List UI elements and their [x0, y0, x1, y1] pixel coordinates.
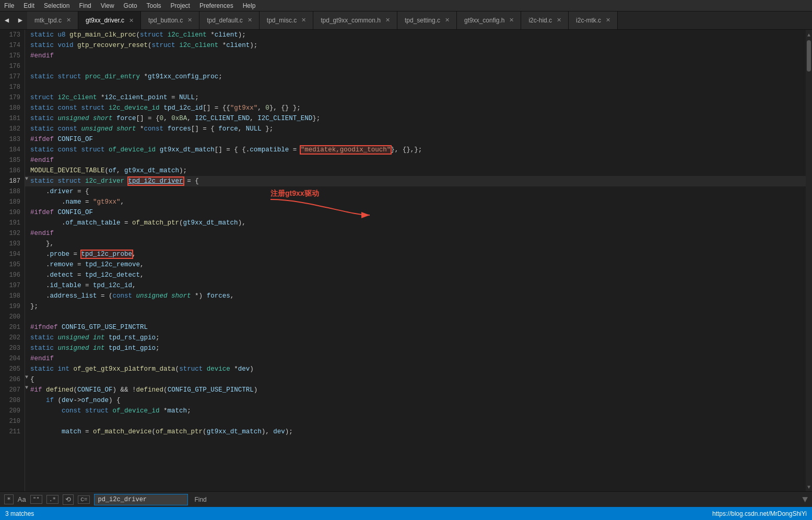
- scrollbar-right[interactable]: ▲ ▼: [806, 30, 812, 491]
- tab-i2c-mtk[interactable]: i2c-mtk.c ✕: [569, 11, 618, 29]
- code-line-176: [25, 61, 806, 72]
- tab-close-i2c-mtk[interactable]: ✕: [604, 16, 612, 25]
- ln-175: 175: [0, 51, 25, 61]
- tab-tpd-button[interactable]: tpd_button.c ✕: [141, 11, 199, 29]
- tab-tpd-gt9xx-common[interactable]: tpd_gt9xx_common.h ✕: [313, 11, 397, 29]
- code-line-196: .detect = tpd_i2c_detect,: [25, 270, 806, 280]
- code-line-200: [25, 312, 806, 322]
- tab-close-i2c-hid[interactable]: ✕: [555, 16, 563, 25]
- tab-label-gt9xx-config: gt9xx_config.h: [464, 17, 504, 24]
- ln-201: 201: [0, 322, 25, 333]
- tab-tpd-default[interactable]: tpd_default.c ✕: [199, 11, 260, 29]
- code-line-182: static const unsigned short *const force…: [25, 124, 806, 134]
- find-aa-label[interactable]: Aa: [18, 495, 26, 503]
- status-left: 3 matches: [5, 510, 34, 517]
- menu-tools[interactable]: Tools: [147, 2, 161, 9]
- find-whole-word-icon[interactable]: "": [30, 495, 42, 504]
- tab-label-tpd-setting: tpd_setting.c: [405, 17, 440, 24]
- ln-205: 205: [0, 364, 25, 374]
- code-line-189: .name = "gt9xx",: [25, 197, 806, 207]
- ln-184: 184: [0, 145, 25, 155]
- tab-close-tpd-misc[interactable]: ✕: [300, 16, 308, 25]
- tab-close-tpd-setting[interactable]: ✕: [443, 16, 451, 25]
- tab-gt9xx-config[interactable]: gt9xx_config.h ✕: [457, 11, 521, 29]
- code-line-197: .id_table = tpd_i2c_id,: [25, 280, 806, 291]
- ln-193: 193: [0, 239, 25, 249]
- tab-close-tpd-default[interactable]: ✕: [246, 16, 254, 25]
- code-line-190: #ifdef CONFIG_OF: [25, 207, 806, 218]
- ln-204: 204: [0, 353, 25, 364]
- menu-view[interactable]: View: [101, 2, 114, 9]
- code-line-192: #endif: [25, 228, 806, 239]
- code-line-181: static unsigned short force[] = {0, 0xBA…: [25, 113, 806, 124]
- ln-199: 199: [0, 301, 25, 312]
- tab-label-tpd-default: tpd_default.c: [207, 17, 243, 24]
- menu-file[interactable]: File: [4, 2, 14, 9]
- code-area[interactable]: ▼ ▼ ▼ static u8 gtp_main_clk_proc(struct…: [25, 30, 806, 491]
- ln-190: 190: [0, 207, 25, 218]
- tab-close-gt9xx-driver[interactable]: ✕: [127, 16, 135, 25]
- menu-goto[interactable]: Goto: [124, 2, 137, 9]
- ln-207: 207: [0, 385, 25, 395]
- code-line-183: #ifdef CONFIG_OF: [25, 134, 806, 145]
- tab-label-gt9xx-driver: gt9xx_driver.c: [86, 17, 124, 24]
- code-line-194: .probe = tpd_i2c_probe,: [25, 249, 806, 259]
- tab-label-i2c-mtk: i2c-mtk.c: [576, 17, 601, 24]
- ln-200: 200: [0, 312, 25, 322]
- ln-191: 191: [0, 218, 25, 228]
- code-line-204: #endif: [25, 353, 806, 364]
- menu-find[interactable]: Find: [79, 2, 91, 9]
- ln-173: 173: [0, 30, 25, 40]
- tab-nav-left[interactable]: ◀: [0, 11, 14, 29]
- code-line-187: static struct i2c_driver tpd_i2c_driver …: [25, 176, 806, 186]
- tab-tpd-setting[interactable]: tpd_setting.c ✕: [397, 11, 457, 29]
- code-line-206: {: [25, 374, 806, 385]
- code-line-186: MODULE_DEVICE_TABLE(of, gt9xx_dt_match);: [25, 166, 806, 176]
- ln-174: 174: [0, 40, 25, 51]
- code-line-203: static unsigned int tpd_int_gpio;: [25, 343, 806, 353]
- menu-preferences[interactable]: Preferences: [199, 2, 233, 9]
- tab-nav-right[interactable]: ▶: [14, 11, 27, 29]
- menu-help[interactable]: Help: [243, 2, 256, 9]
- code-line-199: };: [25, 301, 806, 312]
- find-wrap-icon[interactable]: ⟲: [63, 494, 74, 505]
- code-line-208: if (dev->of_node) {: [25, 395, 806, 406]
- ln-182: 182: [0, 124, 25, 134]
- editor-container: 173 174 175 176 177 178 179 180 181 182 …: [0, 30, 812, 491]
- tab-tpd-misc[interactable]: tpd_misc.c ✕: [260, 11, 313, 29]
- find-preserve-icon[interactable]: C=: [78, 495, 90, 504]
- ln-189: 189: [0, 197, 25, 207]
- ln-185: 185: [0, 155, 25, 166]
- tab-mtk-tpd[interactable]: mtk_tpd.c ✕: [27, 11, 78, 29]
- code-line-173: static u8 gtp_main_clk_proc(struct i2c_c…: [25, 30, 806, 40]
- menu-edit[interactable]: Edit: [23, 2, 34, 9]
- tab-label-tpd-misc: tpd_misc.c: [267, 17, 297, 24]
- code-line-201: #ifndef CONFIG_GTP_USE_PINCTRL: [25, 322, 806, 333]
- menu-bar: File Edit Selection Find View Goto Tools…: [0, 0, 812, 11]
- code-line-174: static void gtp_recovery_reset(struct i2…: [25, 40, 806, 51]
- code-line-188: .driver = {: [25, 186, 806, 197]
- tab-label-i2c-hid: i2c-hid.c: [528, 17, 552, 24]
- tab-close-mtk-tpd[interactable]: ✕: [65, 16, 73, 25]
- ln-203: 203: [0, 343, 25, 353]
- code-line-175: #endif: [25, 51, 806, 61]
- tab-close-tpd-button[interactable]: ✕: [186, 16, 194, 25]
- tab-i2c-hid[interactable]: i2c-hid.c ✕: [521, 11, 569, 29]
- code-line-184: static const struct of_device_id gt9xx_d…: [25, 145, 806, 155]
- find-case-sensitive-icon[interactable]: *: [4, 494, 14, 504]
- menu-selection[interactable]: Selection: [44, 2, 69, 9]
- tab-gt9xx-driver[interactable]: gt9xx_driver.c ✕: [78, 11, 141, 29]
- menu-project[interactable]: Project: [171, 2, 190, 9]
- ln-208: 208: [0, 395, 25, 406]
- ln-194: 194: [0, 249, 25, 259]
- ln-188: 188: [0, 186, 25, 197]
- tab-close-tpd-gt9xx-common[interactable]: ✕: [384, 16, 392, 25]
- status-url: https://blog.csdn.net/MrDongShiYi: [712, 510, 807, 517]
- find-input[interactable]: [94, 494, 188, 505]
- find-regex-icon[interactable]: .*: [46, 495, 58, 504]
- code-line-205: static int of_get_gt9xx_platform_data(st…: [25, 364, 806, 374]
- status-right: https://blog.csdn.net/MrDongShiYi: [712, 510, 807, 517]
- code-line-207: #if defined(CONFIG_OF) && !defined(CONFI…: [25, 385, 806, 395]
- tab-label-mtk-tpd: mtk_tpd.c: [34, 17, 62, 24]
- tab-close-gt9xx-config[interactable]: ✕: [508, 16, 515, 25]
